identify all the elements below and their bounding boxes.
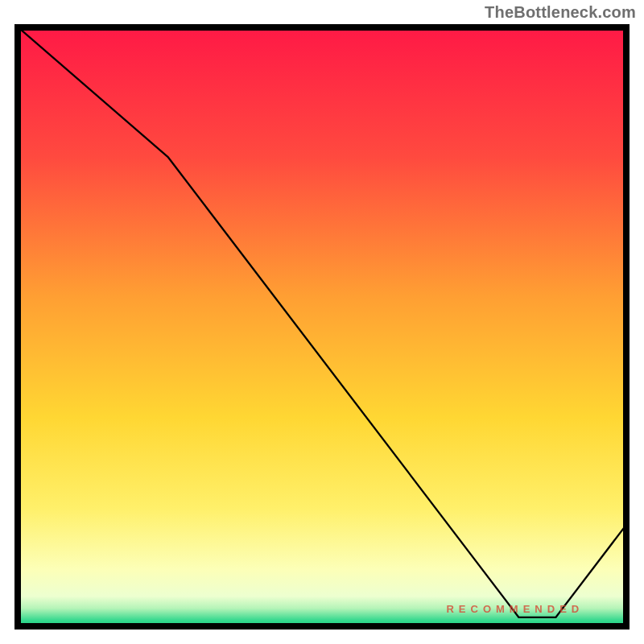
chart-stage: TheBottleneck.com RECOMMENDED	[0, 0, 644, 644]
background-gradient	[14, 24, 630, 630]
bottleneck-chart: RECOMMENDED	[0, 0, 644, 644]
recommended-annotation: RECOMMENDED	[446, 603, 584, 615]
plot-area: RECOMMENDED	[14, 24, 630, 630]
